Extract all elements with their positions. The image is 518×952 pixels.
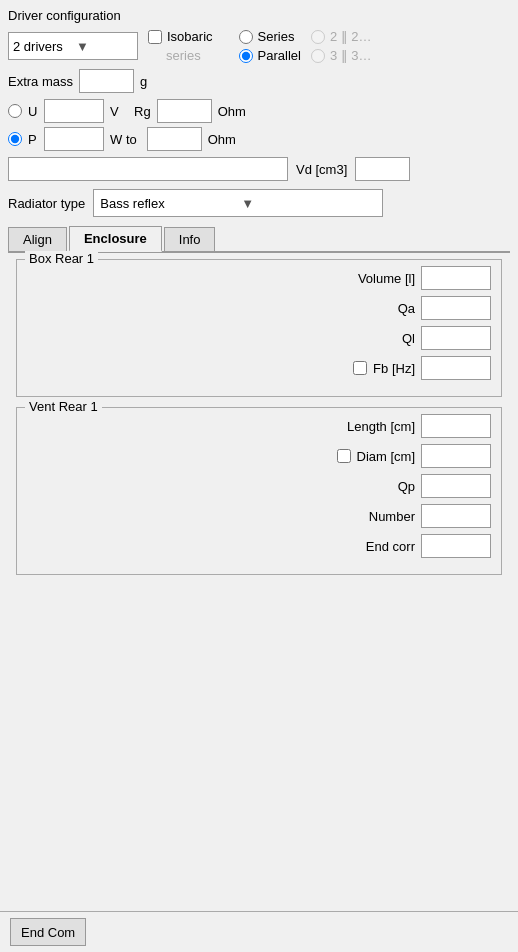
driver-name-row: Tang Band W6-1139SIF Vd [cm3] 322 xyxy=(8,157,510,181)
uvp-section: U 16.43 V Rg 0.0 Ohm P 150 W to 1.8 Ohm xyxy=(8,99,510,151)
bottom-bar: End Com xyxy=(0,911,518,952)
end-corr-row: End corr 0.85 xyxy=(27,534,491,558)
qp-label: Qp xyxy=(398,479,415,494)
parallel-radio-label: Parallel xyxy=(258,48,301,63)
extra-mass-label: Extra mass xyxy=(8,74,73,89)
length-input[interactable]: 40.0 xyxy=(421,414,491,438)
series3-row: 3 ‖ 3… xyxy=(311,48,372,63)
u-radio[interactable] xyxy=(8,104,22,118)
parallel-radio-row: Parallel xyxy=(239,48,301,63)
series2-label: 2 ‖ 2… xyxy=(330,29,372,44)
diam-label: Diam [cm] xyxy=(357,449,416,464)
driver-row1: 2 drivers ▼ Isobaric series Series xyxy=(8,29,510,63)
qa-label: Qa xyxy=(398,301,415,316)
qp-row: Qp 100 xyxy=(27,474,491,498)
series-radio[interactable] xyxy=(239,30,253,44)
series2-row: 2 ‖ 2… xyxy=(311,29,372,44)
number-input[interactable]: 2 xyxy=(421,504,491,528)
tab-enclosure-label: Enclosure xyxy=(84,231,147,246)
fb-label: Fb [Hz] xyxy=(373,361,415,376)
u-unit: V xyxy=(110,104,124,119)
rg-input[interactable]: 0.0 xyxy=(157,99,212,123)
parallel-radio[interactable] xyxy=(239,49,253,63)
series2-radio xyxy=(311,30,325,44)
series-parallel-group: Series Parallel xyxy=(239,29,301,63)
length-row: Length [cm] 40.0 xyxy=(27,414,491,438)
vent-rear-1-label: Vent Rear 1 xyxy=(25,399,102,414)
box-rear-1-label: Box Rear 1 xyxy=(25,251,98,266)
p-ohm-input[interactable]: 1.8 xyxy=(147,127,202,151)
tab-align-label: Align xyxy=(23,232,52,247)
rg-unit: Ohm xyxy=(218,104,246,119)
qa-input[interactable]: 100 xyxy=(421,296,491,320)
qp-input[interactable]: 100 xyxy=(421,474,491,498)
volume-row: Volume [l] 74.0 xyxy=(27,266,491,290)
series-radio-row: Series xyxy=(239,29,301,44)
isobaric-label: Isobaric xyxy=(167,29,213,44)
enclosure-section: Box Rear 1 Volume [l] 74.0 Qa 100 Ql 7.0… xyxy=(8,253,510,591)
radiator-label: Radiator type xyxy=(8,196,85,211)
series-2-3-group: 2 ‖ 2… 3 ‖ 3… xyxy=(311,29,372,63)
chevron-down-icon: ▼ xyxy=(76,39,133,54)
drivers-dropdown[interactable]: 2 drivers ▼ xyxy=(8,32,138,60)
diam-checkbox[interactable] xyxy=(337,449,351,463)
ql-row: Ql 7.0 xyxy=(27,326,491,350)
radiator-chevron-icon: ▼ xyxy=(241,196,376,211)
series3-radio xyxy=(311,49,325,63)
number-row: Number 2 xyxy=(27,504,491,528)
fb-input[interactable]: 28.1 xyxy=(421,356,491,380)
p-ohm-unit: Ohm xyxy=(208,132,236,147)
diam-input[interactable]: 7.6 xyxy=(421,444,491,468)
isobaric-checkbox[interactable] xyxy=(148,30,162,44)
u-radio-label: U xyxy=(28,104,38,119)
length-label: Length [cm] xyxy=(347,419,415,434)
fb-checkbox[interactable] xyxy=(353,361,367,375)
series-label-row: series xyxy=(148,48,213,63)
p-unit: W to xyxy=(110,132,137,147)
diam-row: Diam [cm] 7.6 xyxy=(27,444,491,468)
vd-input[interactable]: 322 xyxy=(355,157,410,181)
radiator-dropdown-value: Bass reflex xyxy=(100,196,235,211)
driver-name-input[interactable]: Tang Band W6-1139SIF xyxy=(8,157,288,181)
end-com-button[interactable]: End Com xyxy=(10,918,86,946)
extra-mass-input[interactable]: 0.0 xyxy=(79,69,134,93)
drivers-dropdown-value: 2 drivers xyxy=(13,39,70,54)
tab-info[interactable]: Info xyxy=(164,227,216,251)
driver-config-label: Driver configuration xyxy=(8,8,510,23)
main-container: Driver configuration 2 drivers ▼ Isobari… xyxy=(0,0,518,599)
p-radio[interactable] xyxy=(8,132,22,146)
u-row: U 16.43 V Rg 0.0 Ohm xyxy=(8,99,510,123)
tab-enclosure[interactable]: Enclosure xyxy=(69,226,162,252)
end-corr-label: End corr xyxy=(366,539,415,554)
ql-label: Ql xyxy=(402,331,415,346)
tabs-container: Align Enclosure Info xyxy=(8,225,510,253)
volume-label: Volume [l] xyxy=(358,271,415,286)
p-radio-label: P xyxy=(28,132,38,147)
radiator-dropdown[interactable]: Bass reflex ▼ xyxy=(93,189,383,217)
volume-input[interactable]: 74.0 xyxy=(421,266,491,290)
qa-row: Qa 100 xyxy=(27,296,491,320)
series-text: series xyxy=(166,48,201,63)
ql-input[interactable]: 7.0 xyxy=(421,326,491,350)
u-value-input[interactable]: 16.43 xyxy=(44,99,104,123)
number-label: Number xyxy=(369,509,415,524)
tab-align[interactable]: Align xyxy=(8,227,67,251)
series3-label: 3 ‖ 3… xyxy=(330,48,372,63)
series-radio-label: Series xyxy=(258,29,295,44)
end-corr-input[interactable]: 0.85 xyxy=(421,534,491,558)
radiator-row: Radiator type Bass reflex ▼ xyxy=(8,189,510,217)
p-row: P 150 W to 1.8 Ohm xyxy=(8,127,510,151)
isobaric-group: Isobaric series xyxy=(148,29,213,63)
rg-label: Rg xyxy=(134,104,151,119)
p-value-input[interactable]: 150 xyxy=(44,127,104,151)
vent-rear-1-group: Vent Rear 1 Length [cm] 40.0 Diam [cm] 7… xyxy=(16,407,502,575)
vd-label: Vd [cm3] xyxy=(296,162,347,177)
driver-config-section: Driver configuration 2 drivers ▼ Isobari… xyxy=(8,8,510,181)
box-rear-1-group: Box Rear 1 Volume [l] 74.0 Qa 100 Ql 7.0… xyxy=(16,259,502,397)
extra-mass-row: Extra mass 0.0 g xyxy=(8,69,510,93)
tab-info-label: Info xyxy=(179,232,201,247)
isobaric-row: Isobaric xyxy=(148,29,213,44)
extra-mass-unit: g xyxy=(140,74,147,89)
fb-row: Fb [Hz] 28.1 xyxy=(27,356,491,380)
